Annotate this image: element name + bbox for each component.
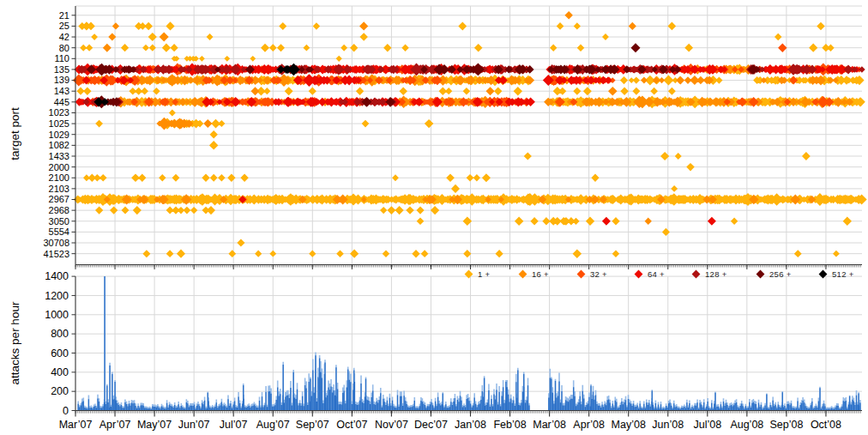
svg-text:1000: 1000 <box>45 309 69 321</box>
svg-text:Sep’07: Sep’07 <box>296 419 329 431</box>
svg-text:5554: 5554 <box>49 227 69 237</box>
port-axis-labels: 2125428011013513914344510231025102910821… <box>43 10 69 259</box>
svg-text:Apr’07: Apr’07 <box>99 419 131 431</box>
svg-text:Aug’07: Aug’07 <box>256 419 290 431</box>
svg-text:Oct’08: Oct’08 <box>811 419 841 431</box>
svg-text:1025: 1025 <box>49 118 69 129</box>
attacks-axis-tick-labels: 0200400600800100012001400 <box>45 270 69 416</box>
svg-text:139: 139 <box>54 75 69 85</box>
svg-text:2000: 2000 <box>49 162 69 172</box>
svg-text:800: 800 <box>51 328 69 340</box>
svg-text:42: 42 <box>59 32 69 42</box>
svg-text:110: 110 <box>54 53 69 63</box>
svg-text:Nov’07: Nov’07 <box>375 419 408 431</box>
svg-text:30708: 30708 <box>43 238 69 248</box>
svg-text:400: 400 <box>51 366 69 378</box>
svg-text:Jan’08: Jan’08 <box>455 419 486 431</box>
port-row-30708-markers <box>237 239 244 247</box>
svg-text:200: 200 <box>51 385 69 397</box>
svg-text:Oct’07: Oct’07 <box>336 419 367 431</box>
svg-text:Jul’07: Jul’07 <box>220 419 248 431</box>
month-axis-labels: Mar’07Apr’07May’07Jun’07Jul’07Aug’07Sep’… <box>59 419 841 431</box>
svg-text:Jul’08: Jul’08 <box>693 419 721 431</box>
svg-text:Apr’08: Apr’08 <box>573 419 605 431</box>
svg-text:21: 21 <box>59 10 69 21</box>
port-row-1082-markers <box>209 141 219 150</box>
bottom-panel-grid <box>75 276 862 410</box>
svg-text:Feb’08: Feb’08 <box>493 419 526 431</box>
svg-text:2100: 2100 <box>49 172 69 183</box>
svg-text:Dec’07: Dec’07 <box>414 419 448 431</box>
attacks-per-hour-axis-title: attacks per hour <box>9 302 21 385</box>
svg-text:1023: 1023 <box>49 107 69 118</box>
top-panel-grid <box>75 6 862 265</box>
svg-text:80: 80 <box>59 43 69 53</box>
svg-text:1082: 1082 <box>49 140 69 150</box>
attack-rate-bars <box>78 276 860 410</box>
svg-text:135: 135 <box>54 64 69 75</box>
svg-text:600: 600 <box>51 347 69 359</box>
port-row-1029-markers <box>210 130 218 138</box>
charts-canvas: 2125428011013513914344510231025102910821… <box>0 0 868 435</box>
svg-text:445: 445 <box>54 97 69 107</box>
svg-text:Mar’07: Mar’07 <box>59 419 93 431</box>
svg-text:1029: 1029 <box>49 130 69 140</box>
port-row-2000-markers <box>686 163 695 172</box>
port-row-21-markers <box>564 11 573 19</box>
svg-text:Aug’08: Aug’08 <box>730 419 763 431</box>
port-row-1023-markers <box>169 110 176 117</box>
svg-text:3050: 3050 <box>49 216 69 227</box>
svg-text:May’07: May’07 <box>137 419 172 431</box>
svg-text:2103: 2103 <box>49 184 69 194</box>
attack-traffic-dashboard: target port attacks per hour 21254280110… <box>0 0 868 435</box>
svg-text:1400: 1400 <box>45 270 69 282</box>
svg-text:0: 0 <box>63 405 69 417</box>
svg-text:Sep’08: Sep’08 <box>769 419 803 431</box>
port-row-5554-markers <box>662 228 670 236</box>
svg-text:1200: 1200 <box>45 290 69 302</box>
svg-text:2968: 2968 <box>49 205 69 215</box>
svg-text:25: 25 <box>59 21 69 31</box>
svg-text:1433: 1433 <box>49 151 69 161</box>
svg-text:Jun’08: Jun’08 <box>652 419 684 431</box>
svg-text:143: 143 <box>54 86 69 96</box>
target-port-axis-title: target port <box>9 107 21 160</box>
top-panel-axis <box>72 6 863 269</box>
svg-text:May’08: May’08 <box>612 419 646 431</box>
svg-text:2967: 2967 <box>49 194 69 204</box>
svg-text:Mar’08: Mar’08 <box>533 419 566 431</box>
svg-text:41523: 41523 <box>43 249 69 259</box>
svg-text:Jun’07: Jun’07 <box>178 419 210 431</box>
